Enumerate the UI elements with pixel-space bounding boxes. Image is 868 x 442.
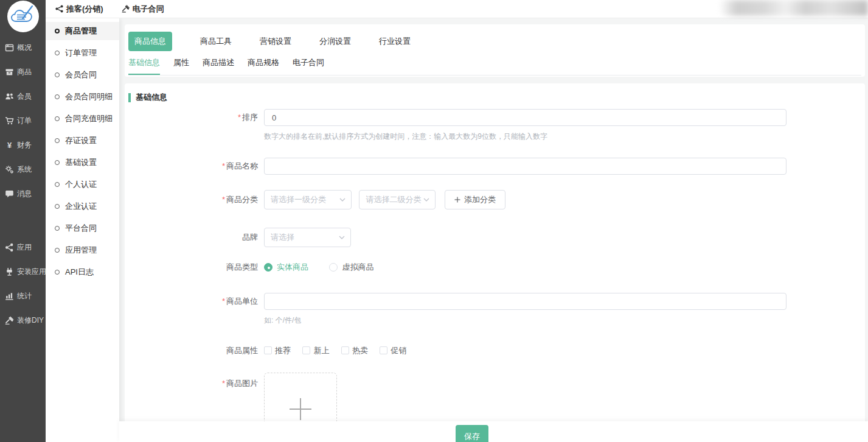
bullet-circle-icon bbox=[55, 204, 60, 209]
menu-item-label: 订单管理 bbox=[65, 47, 97, 58]
select-placeholder: 请选择一级分类 bbox=[271, 194, 326, 205]
sort-input[interactable] bbox=[264, 109, 786, 126]
section-title: 基础信息 bbox=[136, 92, 167, 103]
sidebar-item-label: 统计 bbox=[17, 291, 32, 301]
section-accent-bar bbox=[128, 93, 131, 102]
menu-item-label: 基础设置 bbox=[65, 157, 97, 168]
checkbox-hot[interactable]: 热卖 bbox=[341, 346, 368, 355]
menu-item-evidence-settings[interactable]: 存证设置 bbox=[46, 132, 119, 150]
tab-marketing-settings[interactable]: 营销设置 bbox=[260, 32, 291, 51]
app-window: 概况 商品 会员 订单 ¥ 财务 bbox=[0, 0, 868, 442]
chevron-down-icon bbox=[423, 198, 429, 202]
form-row-unit: *商品单位 如: 个/件/包 bbox=[125, 293, 865, 326]
save-button[interactable]: 保存 bbox=[456, 425, 488, 442]
tab-profit-settings[interactable]: 分润设置 bbox=[319, 32, 351, 51]
sidebar-item-stats[interactable]: 统计 bbox=[0, 284, 46, 308]
tab-industry-settings[interactable]: 行业设置 bbox=[379, 32, 411, 51]
bullet-circle-icon bbox=[55, 226, 60, 231]
menu-item-label: 企业认证 bbox=[65, 201, 97, 212]
radio-label: 虚拟商品 bbox=[342, 262, 373, 272]
menu-item-enterprise-auth[interactable]: 企业认证 bbox=[46, 197, 119, 216]
subtab-e-contract[interactable]: 电子合同 bbox=[293, 56, 324, 75]
sidebar-spacer bbox=[0, 206, 46, 235]
sidebar-item-decorate-diy[interactable]: 装修DIY bbox=[0, 308, 46, 332]
menu-item-order-management[interactable]: 订单管理 bbox=[46, 44, 119, 62]
goods-unit-input[interactable] bbox=[264, 293, 786, 310]
sidebar-item-goods[interactable]: 商品 bbox=[0, 60, 46, 84]
field-label: 商品类型 bbox=[125, 262, 264, 273]
menu-item-personal-auth[interactable]: 个人认证 bbox=[46, 175, 119, 194]
goods-icon bbox=[5, 68, 14, 77]
checkbox-label: 热卖 bbox=[352, 346, 368, 355]
add-category-label: 添加分类 bbox=[464, 194, 496, 205]
checkbox-recommend[interactable]: 推荐 bbox=[264, 346, 291, 355]
menu-item-api-log[interactable]: API日志 bbox=[46, 263, 119, 281]
goods-name-input[interactable] bbox=[264, 158, 786, 175]
brand-select[interactable]: 请选择 bbox=[264, 228, 351, 247]
apps-share-icon bbox=[5, 243, 14, 252]
radio-label: 实体商品 bbox=[277, 262, 308, 272]
members-icon bbox=[5, 92, 14, 101]
sidebar-item-messages[interactable]: 消息 bbox=[0, 181, 46, 206]
menu-item-label: 商品管理 bbox=[65, 26, 97, 37]
sidebar-item-system[interactable]: 系统 bbox=[0, 157, 46, 181]
topbar-item-econtract[interactable]: 电子合同 bbox=[122, 4, 164, 15]
tab-goods-info[interactable]: 商品信息 bbox=[128, 32, 172, 51]
field-label: 品牌 bbox=[125, 228, 264, 247]
menu-item-contract-recharge-detail[interactable]: 合同充值明细 bbox=[46, 110, 119, 128]
menu-item-basic-settings[interactable]: 基础设置 bbox=[46, 153, 119, 172]
tab-goods-tools[interactable]: 商品工具 bbox=[200, 32, 232, 51]
sidebar-item-apps[interactable]: 应用 bbox=[0, 235, 46, 259]
radio-virtual-goods[interactable]: 虚拟商品 bbox=[329, 262, 373, 272]
chevron-down-icon bbox=[339, 236, 345, 239]
menu-item-app-management[interactable]: 应用管理 bbox=[46, 241, 119, 259]
main-tabs: 商品信息 商品工具 营销设置 分润设置 行业设置 bbox=[128, 32, 861, 51]
install-app-plug-icon bbox=[5, 267, 14, 276]
subtab-attributes[interactable]: 属性 bbox=[173, 56, 189, 75]
menu-item-label: 存证设置 bbox=[65, 135, 97, 146]
radio-physical-goods[interactable]: 实体商品 bbox=[264, 262, 308, 272]
primary-sidebar: 概况 商品 会员 订单 ¥ 财务 bbox=[0, 0, 46, 442]
menu-item-member-contract[interactable]: 会员合同 bbox=[46, 66, 119, 84]
sidebar-item-label: 安装应用 bbox=[17, 267, 46, 277]
upload-plus-icon bbox=[286, 395, 315, 424]
sidebar-item-orders[interactable]: 订单 bbox=[0, 108, 46, 133]
category-level1-select[interactable]: 请选择一级分类 bbox=[264, 190, 352, 209]
category-level2-select[interactable]: 请选择二级分类 bbox=[359, 190, 436, 209]
required-mark: * bbox=[238, 113, 241, 122]
checkbox-promotion[interactable]: 促销 bbox=[380, 346, 406, 355]
menu-item-goods-management[interactable]: 商品管理 bbox=[46, 22, 119, 40]
menu-item-member-contract-detail[interactable]: 会员合同明细 bbox=[46, 88, 119, 106]
finance-yen-icon: ¥ bbox=[5, 141, 14, 150]
form-row-name: *商品名称 bbox=[125, 158, 865, 175]
add-category-button[interactable]: 添加分类 bbox=[445, 190, 505, 209]
subtab-goods-description[interactable]: 商品描述 bbox=[203, 56, 234, 75]
checkbox-new[interactable]: 新上 bbox=[302, 346, 329, 355]
topbar-item-label: 电子合同 bbox=[133, 4, 164, 15]
sidebar-item-members[interactable]: 会员 bbox=[0, 84, 46, 108]
sidebar-item-overview[interactable]: 概况 bbox=[0, 35, 46, 60]
secondary-sidebar: 商品管理 订单管理 会员合同 会员合同明细 合同充值明细 存证设置 基础设置 个… bbox=[46, 18, 119, 442]
user-account-area[interactable] bbox=[719, 0, 868, 16]
checkbox-icon bbox=[341, 346, 349, 354]
sidebar-item-label: 应用 bbox=[17, 242, 32, 253]
bullet-circle-icon bbox=[55, 248, 60, 253]
menu-item-label: 会员合同明细 bbox=[65, 91, 113, 102]
topbar-item-tuike[interactable]: 推客(分销) bbox=[55, 4, 103, 15]
bullet-circle-icon bbox=[55, 160, 60, 165]
menu-item-label: 应用管理 bbox=[65, 245, 97, 256]
menu-item-platform-contract[interactable]: 平台合同 bbox=[46, 219, 119, 237]
subtab-basic-info[interactable]: 基础信息 bbox=[128, 56, 160, 75]
sidebar-item-label: 概况 bbox=[17, 43, 32, 53]
sidebar-item-label: 订单 bbox=[17, 116, 32, 126]
sidebar-item-install-app[interactable]: 安装应用 bbox=[0, 259, 46, 284]
share-nodes-icon bbox=[55, 5, 63, 13]
subtab-goods-spec[interactable]: 商品规格 bbox=[248, 56, 279, 75]
sidebar-item-finance[interactable]: ¥ 财务 bbox=[0, 133, 46, 157]
message-bubble-icon bbox=[5, 189, 14, 198]
section-header: 基础信息 bbox=[128, 93, 865, 102]
menu-item-label: 个人认证 bbox=[65, 179, 97, 190]
select-placeholder: 请选择二级分类 bbox=[366, 194, 421, 205]
checkbox-label: 促销 bbox=[391, 346, 406, 355]
select-placeholder: 请选择 bbox=[271, 232, 294, 243]
